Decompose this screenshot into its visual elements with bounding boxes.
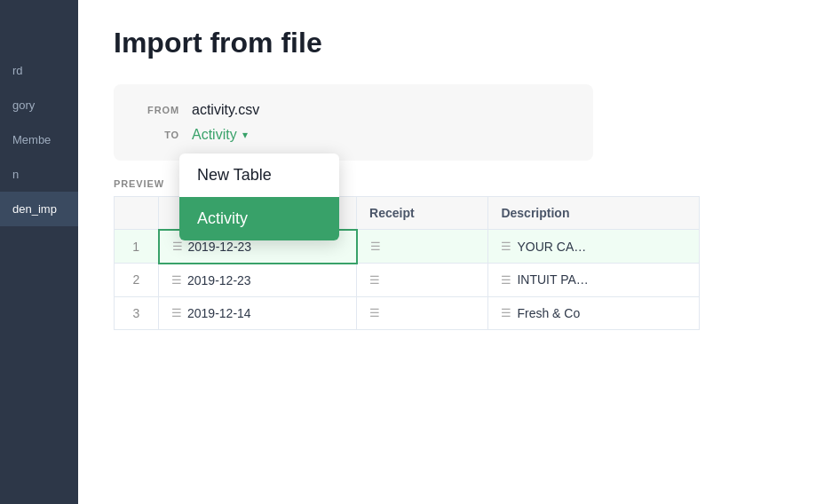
sidebar-item-membe[interactable]: Membe <box>0 122 78 157</box>
cell-receipt-1: ☰ <box>357 230 488 264</box>
cell-description-3: ☰ Fresh & Co <box>488 296 700 329</box>
cell-description-2: ☰ INTUIT PA… <box>488 264 700 297</box>
cell-row-num: 1 <box>115 230 159 264</box>
calendar-icon-3: ☰ <box>171 306 182 319</box>
col-header-receipt: Receipt <box>357 197 488 230</box>
cell-description-1: ☰ YOUR CA… <box>488 230 700 264</box>
to-dropdown[interactable]: Activity ▾ <box>192 127 248 143</box>
dropdown-item-new-table[interactable]: New Table <box>179 154 339 197</box>
from-label: FROM <box>135 105 179 115</box>
col-header-description: Description <box>488 197 700 230</box>
to-dropdown-label: Activity <box>192 127 237 143</box>
desc-value-3: Fresh & Co <box>517 306 580 320</box>
from-value: activity.csv <box>192 102 259 118</box>
table-row: 2 ☰ 2019-12-23 ☰ ☰ <box>115 264 700 297</box>
page-title: Import from file <box>114 27 788 59</box>
sidebar-item-den-imp[interactable]: den_imp <box>0 192 78 226</box>
date-value-3: 2019-12-14 <box>187 306 251 320</box>
calendar-icon-2: ☰ <box>171 273 182 287</box>
cell-row-num: 2 <box>115 264 159 297</box>
destination-dropdown-menu: New Table Activity <box>179 154 339 240</box>
to-row: TO Activity ▾ New Table Activity <box>135 127 572 143</box>
sidebar-item-n[interactable]: n <box>0 157 78 192</box>
desc-icon-3: ☰ <box>501 306 511 319</box>
col-header-num <box>115 197 159 230</box>
dropdown-item-activity[interactable]: Activity <box>179 197 339 240</box>
cell-date-2: ☰ 2019-12-23 <box>159 264 357 297</box>
from-row: FROM activity.csv <box>135 102 572 118</box>
receipt-icon-2: ☰ <box>369 273 380 287</box>
sidebar-item-gory[interactable]: gory <box>0 88 78 122</box>
desc-icon-1: ☰ <box>501 240 511 253</box>
desc-icon-2: ☰ <box>501 273 511 287</box>
cell-row-num: 3 <box>115 296 159 329</box>
date-value-1: 2019-12-23 <box>188 240 252 254</box>
sidebar-item-rd[interactable]: rd <box>0 53 78 88</box>
main-content: Import from file FROM activity.csv TO Ac… <box>78 0 824 504</box>
calendar-icon: ☰ <box>172 240 183 253</box>
chevron-down-icon: ▾ <box>242 129 248 141</box>
date-value-2: 2019-12-23 <box>187 273 251 287</box>
receipt-icon-3: ☰ <box>369 306 380 319</box>
to-label: TO <box>135 130 179 140</box>
sidebar: rd gory Membe n den_imp <box>0 0 78 504</box>
table-row: 3 ☰ 2019-12-14 ☰ ☰ <box>115 296 700 329</box>
desc-value-2: INTUIT PA… <box>517 272 588 287</box>
cell-receipt-2: ☰ <box>357 264 488 297</box>
receipt-icon-1: ☰ <box>370 240 381 253</box>
desc-value-1: YOUR CA… <box>517 240 586 254</box>
cell-date-3: ☰ 2019-12-14 <box>159 296 357 329</box>
cell-receipt-3: ☰ <box>357 296 488 329</box>
import-form: FROM activity.csv TO Activity ▾ New Tabl… <box>114 84 593 161</box>
